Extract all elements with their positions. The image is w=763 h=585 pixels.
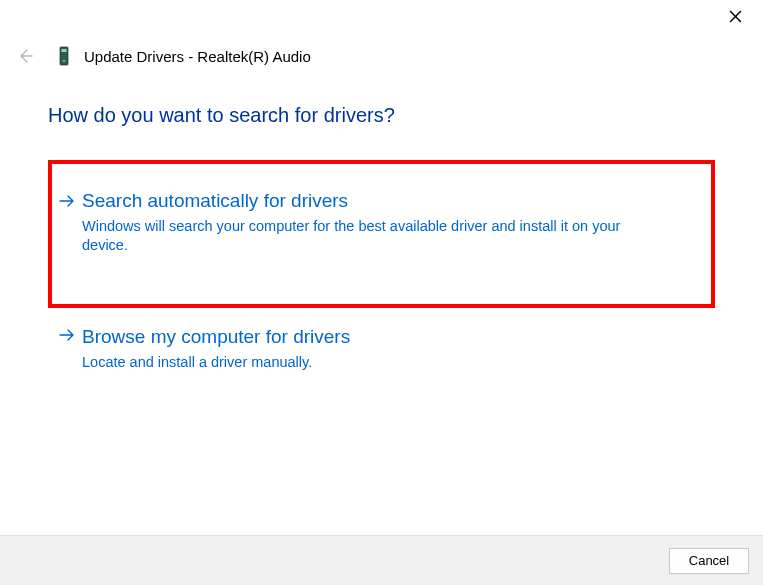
device-icon <box>56 45 72 67</box>
arrow-right-icon <box>58 192 76 210</box>
arrow-right-icon <box>58 326 76 344</box>
wizard-header: Update Drivers - Realtek(R) Audio <box>14 45 749 67</box>
option-auto-desc: Windows will search your computer for th… <box>82 217 642 256</box>
option-browse-computer[interactable]: Browse my computer for drivers Locate an… <box>48 322 715 394</box>
svg-point-4 <box>63 60 66 63</box>
arrow-left-icon <box>17 48 33 64</box>
option-search-automatically[interactable]: Search automatically for drivers Windows… <box>48 160 715 308</box>
option-browse-desc: Locate and install a driver manually. <box>82 353 642 373</box>
back-button[interactable] <box>14 45 36 67</box>
wizard-title: Update Drivers - Realtek(R) Audio <box>84 48 311 65</box>
page-heading: How do you want to search for drivers? <box>48 104 395 127</box>
close-icon <box>729 10 742 23</box>
svg-rect-3 <box>62 49 67 52</box>
close-button[interactable] <box>721 2 749 30</box>
option-auto-title: Search automatically for drivers <box>82 190 691 213</box>
dialog-footer: Cancel <box>0 535 763 585</box>
cancel-button[interactable]: Cancel <box>669 548 749 574</box>
option-browse-title: Browse my computer for drivers <box>82 326 695 349</box>
